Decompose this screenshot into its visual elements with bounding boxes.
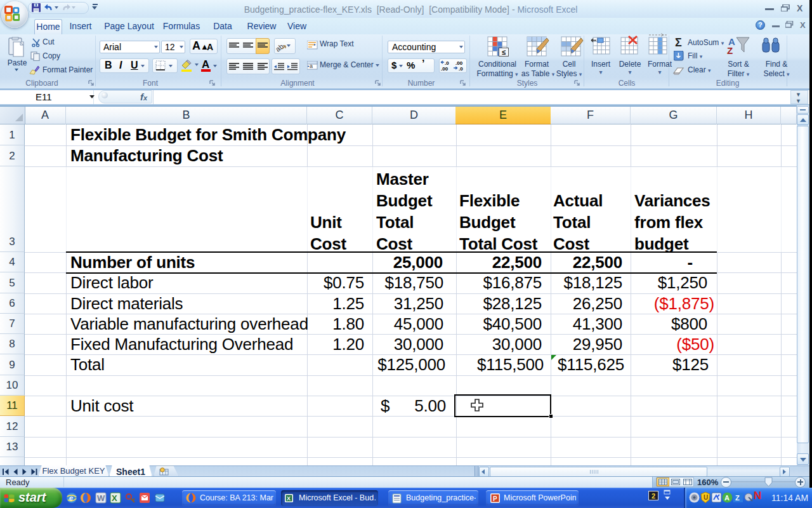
svg-text:W: W <box>97 493 105 503</box>
svg-text:a: a <box>310 63 313 69</box>
svg-text:X: X <box>287 495 291 502</box>
svg-text:U: U <box>704 494 708 501</box>
svg-text:.00: .00 <box>441 66 449 72</box>
svg-text:.0: .0 <box>445 60 449 66</box>
svg-text:.0: .0 <box>459 66 463 72</box>
svg-text:Z: Z <box>735 494 740 502</box>
svg-text:A: A <box>724 494 730 502</box>
svg-text:X: X <box>112 493 117 503</box>
svg-text:.00: .00 <box>455 60 463 66</box>
svg-text:e: e <box>69 494 73 502</box>
svg-text:P: P <box>493 495 497 502</box>
